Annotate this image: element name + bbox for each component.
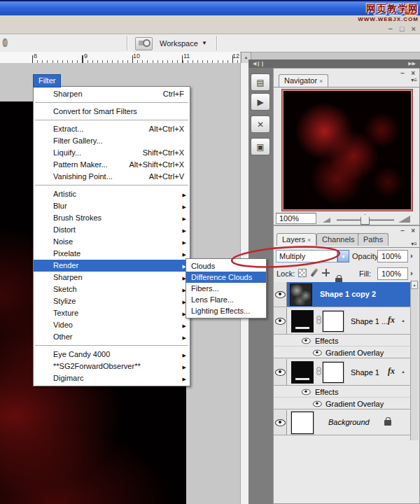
visibility-cell[interactable] [274, 308, 287, 334]
collapse-effects-icon[interactable]: ▲ [401, 370, 405, 374]
zoom-in-icon[interactable] [398, 216, 410, 223]
submenu-item-lighting-effects[interactable]: Lighting Effects... [186, 305, 266, 316]
eye-icon[interactable] [302, 338, 311, 344]
tool-presets-panel-icon[interactable]: ✕ [251, 115, 270, 133]
zoom-out-icon[interactable] [323, 218, 330, 223]
effects-row[interactable]: Effects [274, 386, 412, 398]
menu-item-blur[interactable]: Blur▶ [34, 200, 190, 212]
actions-panel-icon[interactable]: ▶ [251, 93, 270, 111]
visibility-cell[interactable] [274, 282, 287, 307]
tab-close-icon[interactable]: × [319, 78, 323, 85]
submenu-item-clouds[interactable]: Clouds [186, 260, 266, 272]
collapse-effects-icon[interactable]: ▲ [401, 318, 405, 323]
opacity-arrow-icon[interactable]: › [410, 251, 413, 260]
window-maximize-button[interactable]: □ [388, 4, 402, 15]
panel-minimize-icon[interactable]: − [400, 69, 405, 77]
tab-channels[interactable]: Channels [316, 233, 360, 246]
submenu-item-fibers[interactable]: Fibers... [186, 283, 266, 294]
window-minimize-button[interactable]: _ [373, 4, 387, 15]
menu-item-convert-smart-filters[interactable]: Convert for Smart Filters [34, 106, 190, 118]
menu-item-video[interactable]: Video▶ [34, 319, 190, 331]
fx-badge[interactable]: fx [388, 315, 395, 326]
menu-item-sketch[interactable]: Sketch▶ [34, 284, 190, 295]
eye-icon[interactable] [275, 318, 286, 325]
menu-item-vanishing-point[interactable]: Vanishing Point...Alt+Ctrl+V [34, 171, 190, 183]
menu-item-noise[interactable]: Noise▶ [34, 236, 190, 248]
tab-navigator[interactable]: Navigator× [279, 74, 328, 87]
tab-paths[interactable]: Paths [358, 233, 388, 246]
menu-item-digimarc[interactable]: Digimarc▶ [34, 372, 190, 384]
menu-item-texture[interactable]: Texture▶ [34, 307, 190, 319]
opacity-input[interactable]: 100% [377, 250, 408, 262]
menu-item-pixelate[interactable]: Pixelate▶ [34, 248, 190, 260]
tab-close-icon[interactable]: × [307, 237, 311, 244]
doc-minimize-button[interactable]: − [388, 24, 392, 33]
layer-row-background[interactable]: Background [274, 410, 412, 435]
workspace-dropdown[interactable]: Workspace [160, 39, 198, 48]
panel-close-icon[interactable]: × [411, 69, 415, 77]
vector-mask-thumbnail[interactable] [323, 311, 344, 332]
menu-item-eye-candy-4000[interactable]: Eye Candy 4000▶ [34, 349, 190, 360]
vector-mask-thumbnail[interactable] [323, 362, 344, 383]
layer-row-shape-1-ellipsis[interactable]: Shape 1 ... fx ▲ [274, 308, 412, 335]
navigator-thumbnail[interactable] [282, 90, 412, 211]
fill-arrow-icon[interactable]: › [410, 269, 413, 277]
navigator-zoom-input[interactable]: 100% [276, 213, 316, 224]
eye-icon[interactable] [313, 350, 322, 356]
doc-restore-button[interactable]: □ [400, 24, 405, 33]
eye-icon[interactable] [302, 389, 311, 396]
menu-item-distort[interactable]: Distort▶ [34, 224, 190, 236]
menu-item-sg2forwardobserver[interactable]: **SG2ForwardObserver**▶ [34, 360, 190, 372]
visibility-cell[interactable] [274, 359, 287, 385]
layer-thumbnail[interactable] [291, 361, 314, 384]
menu-item-stylize[interactable]: Stylize▶ [34, 295, 190, 307]
submenu-item-lens-flare[interactable]: Lens Flare... [186, 294, 266, 305]
menu-item-pattern-maker[interactable]: Pattern Maker...Alt+Shift+Ctrl+X [34, 159, 190, 171]
layer-thumbnail[interactable] [291, 310, 314, 332]
layer-thumbnail[interactable] [291, 412, 314, 434]
menu-item-extract[interactable]: Extract...Alt+Ctrl+X [34, 123, 190, 135]
info-panel-icon[interactable]: ▣ [251, 138, 270, 155]
layers-scrollbar[interactable]: ▲ [410, 281, 419, 440]
layer-comps-panel-icon[interactable]: ▤ [251, 74, 270, 91]
menu-item-liquify[interactable]: Liquify...Shift+Ctrl+X [34, 147, 190, 159]
zoom-slider-thumb[interactable] [360, 214, 370, 225]
lock-pixels-icon[interactable] [310, 268, 318, 277]
layer-row-shape-1[interactable]: Shape 1 fx ▲ [274, 359, 412, 386]
eye-icon[interactable] [275, 419, 286, 426]
scroll-up-icon[interactable]: ▲ [411, 281, 418, 289]
layer-row-shape-1-copy-2[interactable]: Shape 1 copy 2 [274, 282, 412, 307]
window-close-button[interactable]: × [404, 4, 418, 15]
menu-item-sharpen[interactable]: Sharpen▶ [34, 272, 190, 284]
menu-filter[interactable]: Filter [33, 74, 61, 88]
submenu-item-difference-clouds[interactable]: Difference Clouds [186, 272, 266, 283]
menu-item-render[interactable]: Render▶ [34, 260, 190, 272]
fx-badge[interactable]: fx [388, 366, 395, 377]
gradient-overlay-row[interactable]: Gradient Overlay [274, 398, 412, 410]
lock-transparency-icon[interactable] [298, 269, 307, 277]
menu-item-artistic[interactable]: Artistic▶ [34, 188, 190, 200]
blend-mode-chevron-icon[interactable]: ▼ [337, 250, 349, 262]
doc-close-button[interactable]: × [412, 24, 416, 33]
menu-item-brush-strokes[interactable]: Brush Strokes▶ [34, 212, 190, 224]
fill-input[interactable]: 100% [377, 267, 408, 280]
tab-layers[interactable]: Layers× [276, 233, 316, 246]
menu-item-other[interactable]: Other▶ [34, 331, 190, 343]
gradient-overlay-row[interactable]: Gradient Overlay [274, 346, 412, 358]
eye-icon[interactable] [275, 369, 286, 376]
menu-item-filter-gallery[interactable]: Filter Gallery... [34, 135, 190, 147]
layer-thumbnail[interactable] [290, 284, 312, 306]
eye-icon[interactable] [313, 401, 322, 407]
workspace-icon[interactable] [135, 37, 153, 50]
collapse-left-icon[interactable]: ◀❙❙ [253, 61, 265, 66]
effects-row[interactable]: Effects [274, 335, 412, 346]
panel-menu-icon[interactable]: ▾≡ [411, 241, 417, 247]
menu-item-sharpen-top[interactable]: SharpenCtrl+F [34, 88, 190, 100]
lock-position-icon[interactable] [322, 269, 330, 276]
visibility-cell[interactable] [274, 410, 287, 435]
eye-icon[interactable] [275, 291, 286, 298]
workspace-dropdown-arrow-icon[interactable]: ▼ [202, 40, 207, 46]
expand-right-icon[interactable]: ▶▶ [408, 61, 416, 66]
panel-menu-icon[interactable]: ▾≡ [411, 77, 417, 83]
blend-mode-select[interactable]: Multiply [276, 250, 337, 262]
